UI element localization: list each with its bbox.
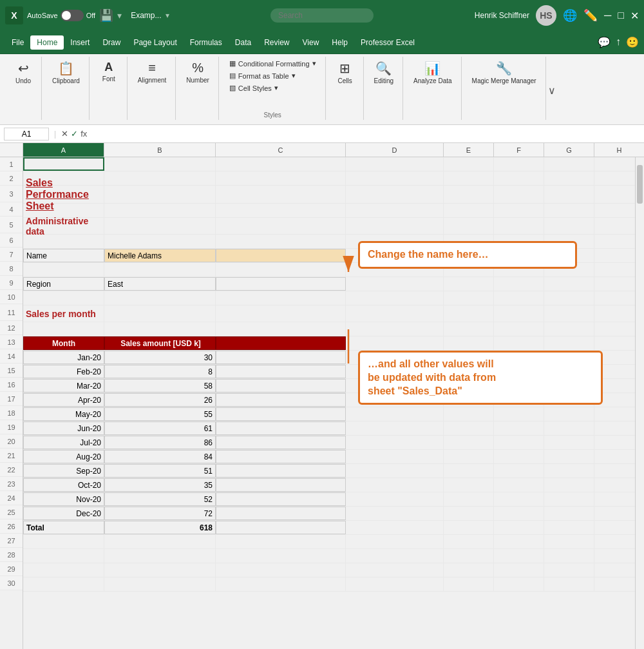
cell-reference-input[interactable]: A1 bbox=[4, 128, 49, 140]
cell-c19[interactable] bbox=[216, 421, 346, 435]
cell-b18[interactable]: 55 bbox=[104, 407, 216, 421]
cell-h8[interactable] bbox=[594, 263, 635, 276]
minimize-icon[interactable]: ─ bbox=[604, 10, 611, 21]
cell-f26[interactable] bbox=[494, 521, 544, 534]
cell-h28[interactable] bbox=[594, 549, 635, 563]
cell-d9[interactable] bbox=[346, 277, 444, 291]
cell-a11[interactable]: Sales per month bbox=[23, 305, 104, 322]
cell-e23[interactable] bbox=[444, 478, 494, 492]
analyze-data-button[interactable]: 📊 Analyze Data bbox=[410, 58, 455, 87]
cell-h3[interactable] bbox=[594, 186, 635, 203]
cell-f9[interactable] bbox=[494, 277, 544, 291]
cell-g18[interactable] bbox=[544, 407, 594, 421]
cell-d25[interactable] bbox=[346, 507, 444, 520]
conditional-formatting-button[interactable]: ▦ Conditional Formatting ▾ bbox=[225, 58, 320, 69]
menu-draw[interactable]: Draw bbox=[96, 35, 127, 50]
cell-c17[interactable] bbox=[216, 393, 346, 407]
cell-b24[interactable]: 52 bbox=[104, 492, 216, 506]
cell-b16[interactable]: 58 bbox=[104, 379, 216, 392]
cell-c26[interactable] bbox=[216, 521, 346, 534]
cell-e1[interactable] bbox=[444, 157, 494, 171]
cell-b15[interactable]: 8 bbox=[104, 365, 216, 378]
cell-h7[interactable] bbox=[594, 249, 635, 262]
cell-e25[interactable] bbox=[444, 507, 494, 520]
cell-a19[interactable]: Jun-20 bbox=[23, 421, 104, 435]
cell-f19[interactable] bbox=[494, 421, 544, 435]
cell-f3[interactable] bbox=[494, 186, 544, 203]
row-num-28[interactable]: 28 bbox=[0, 548, 23, 562]
row-num-25[interactable]: 25 bbox=[0, 505, 23, 519]
cell-g29[interactable] bbox=[544, 563, 594, 577]
cell-b28[interactable] bbox=[104, 549, 216, 563]
cell-d23[interactable] bbox=[346, 478, 444, 492]
globe-icon[interactable]: 🌐 bbox=[563, 8, 577, 23]
cell-b3[interactable] bbox=[104, 186, 216, 203]
cell-a12[interactable] bbox=[23, 322, 104, 336]
cell-c12[interactable] bbox=[216, 322, 346, 336]
confirm-formula-icon[interactable]: ✓ bbox=[71, 129, 78, 139]
cell-a22[interactable]: Sep-20 bbox=[23, 464, 104, 478]
cell-a16[interactable]: Mar-20 bbox=[23, 379, 104, 392]
row-num-9[interactable]: 9 bbox=[0, 276, 23, 290]
cell-a23[interactable]: Oct-20 bbox=[23, 478, 104, 492]
cell-f25[interactable] bbox=[494, 507, 544, 520]
col-header-a[interactable]: A bbox=[23, 143, 104, 157]
cell-g20[interactable] bbox=[544, 436, 594, 449]
cell-h25[interactable] bbox=[594, 507, 635, 520]
cell-h13[interactable] bbox=[594, 336, 635, 350]
cancel-formula-icon[interactable]: ✕ bbox=[61, 129, 68, 139]
cell-a14[interactable]: Jan-20 bbox=[23, 351, 104, 364]
cell-c6[interactable] bbox=[216, 235, 346, 248]
search-input[interactable] bbox=[270, 8, 374, 23]
cell-c9[interactable] bbox=[216, 277, 346, 291]
editing-button[interactable]: 🔍 Editing bbox=[370, 58, 398, 87]
cell-b9[interactable]: East bbox=[104, 277, 216, 291]
menu-home[interactable]: Home bbox=[30, 35, 64, 50]
cell-e2[interactable] bbox=[444, 171, 494, 185]
cell-b7[interactable]: Michelle Adams bbox=[104, 249, 216, 262]
scrollbar-thumb[interactable] bbox=[637, 165, 643, 204]
cell-f28[interactable] bbox=[494, 549, 544, 563]
cell-b13[interactable]: Sales amount [USD k] bbox=[104, 336, 216, 350]
cell-e20[interactable] bbox=[444, 436, 494, 449]
cell-c13[interactable] bbox=[216, 336, 346, 350]
cell-b19[interactable]: 61 bbox=[104, 421, 216, 435]
cell-b1[interactable] bbox=[104, 157, 216, 171]
cell-a28[interactable] bbox=[23, 549, 104, 563]
cell-f12[interactable] bbox=[494, 322, 544, 336]
cell-f2[interactable] bbox=[494, 171, 544, 185]
cell-f13[interactable] bbox=[494, 336, 544, 350]
cell-h19[interactable] bbox=[594, 421, 635, 435]
cell-h11[interactable] bbox=[594, 305, 635, 322]
cell-g27[interactable] bbox=[544, 535, 594, 548]
cell-h18[interactable] bbox=[594, 407, 635, 421]
cell-h23[interactable] bbox=[594, 478, 635, 492]
cell-f10[interactable] bbox=[494, 291, 544, 305]
col-header-c[interactable]: C bbox=[216, 143, 346, 157]
cell-g24[interactable] bbox=[544, 492, 594, 506]
cell-b8[interactable] bbox=[104, 263, 216, 276]
cell-g21[interactable] bbox=[544, 450, 594, 463]
cell-f21[interactable] bbox=[494, 450, 544, 463]
cell-g26[interactable] bbox=[544, 521, 594, 534]
cell-b5[interactable] bbox=[104, 218, 216, 234]
cell-c4[interactable] bbox=[216, 204, 346, 217]
cell-a13[interactable]: Month bbox=[23, 336, 104, 350]
cell-b6[interactable] bbox=[104, 235, 216, 248]
col-header-h[interactable]: H bbox=[594, 143, 644, 157]
cell-g2[interactable] bbox=[544, 171, 594, 185]
row-num-23[interactable]: 23 bbox=[0, 477, 23, 491]
cell-h12[interactable] bbox=[594, 322, 635, 336]
cell-a25[interactable]: Dec-20 bbox=[23, 507, 104, 520]
cell-d5[interactable] bbox=[346, 218, 444, 234]
cell-d13[interactable] bbox=[346, 336, 444, 350]
row-num-24[interactable]: 24 bbox=[0, 491, 23, 505]
cell-g30[interactable] bbox=[544, 577, 594, 591]
cell-h1[interactable] bbox=[594, 157, 635, 171]
cell-f18[interactable] bbox=[494, 407, 544, 421]
cell-d2[interactable] bbox=[346, 171, 444, 185]
cell-e19[interactable] bbox=[444, 421, 494, 435]
cell-h24[interactable] bbox=[594, 492, 635, 506]
row-num-22[interactable]: 22 bbox=[0, 463, 23, 477]
save-icon[interactable]: 💾 bbox=[99, 8, 113, 23]
